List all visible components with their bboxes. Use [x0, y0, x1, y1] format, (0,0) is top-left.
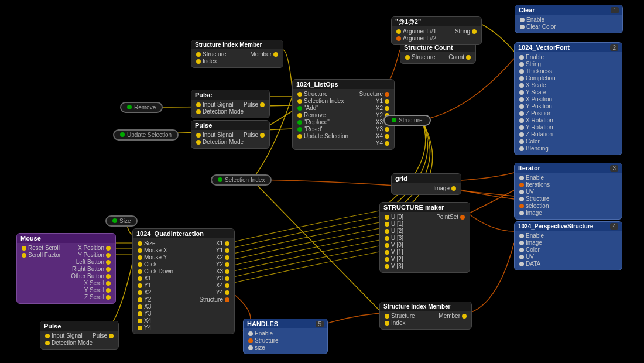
sm-v3: V [3] — [385, 263, 465, 269]
listops-header: 1024_ListOps — [293, 80, 394, 89]
lo-rem-dot — [297, 113, 302, 118]
vf-string-dot — [519, 62, 524, 67]
h-enable-lbl: Enable — [255, 330, 273, 337]
vf-completion: Completion — [519, 75, 617, 81]
qi-x1-lbl: X1 — [216, 240, 223, 246]
mouse-node: Mouse Reset Scroll X Position Scroll Fac… — [16, 233, 116, 304]
sc-struct-lbl: Structure — [412, 54, 436, 60]
sc-count-lbl: Count — [448, 54, 464, 60]
qi-x1in: X1 Y3 — [138, 275, 229, 282]
sm-u1: U [1] — [385, 221, 465, 227]
m-ob-dot — [106, 274, 111, 279]
qi-x1in-lbl: X1 — [144, 275, 151, 282]
ps-color: Color — [519, 246, 617, 253]
m-xpos-dot — [106, 246, 111, 251]
struct-maker-node: STRUCTURE maker U [0] PointSet U [1] U [… — [379, 202, 470, 273]
vectorfont-badge: 2 — [610, 44, 618, 51]
sel-idx-lbl: Selection Index — [225, 177, 265, 183]
qi-y4in-lbl: Y4 — [144, 324, 151, 331]
qi-y4-dot — [225, 290, 229, 295]
lo-x2-dot — [385, 106, 389, 111]
ps-col-lbl: Color — [526, 246, 540, 253]
sm-u2-dot — [385, 229, 389, 234]
vf-yr-dot — [519, 125, 524, 130]
m-rb-dot — [106, 267, 111, 272]
sim1-struct-lbl: Structure — [203, 51, 227, 57]
sm-v1-lbl: V [1] — [391, 249, 403, 255]
ps-img-dot — [519, 241, 524, 245]
ps-data-dot — [519, 262, 524, 266]
lo-struct-dot — [297, 92, 302, 97]
vf-ys-lbl: Y Scale — [526, 89, 546, 95]
m-ys-dot — [106, 288, 111, 293]
qi-y2-lbl: Y2 — [216, 261, 223, 268]
m-xs-lbl: X Scroll — [84, 280, 104, 286]
sim2-index: Index — [385, 320, 467, 326]
h-enable-dot — [248, 331, 253, 336]
m-ys-lbl: Y Scroll — [84, 287, 104, 293]
sm-u2: U [2] — [385, 228, 465, 234]
atstr-node: "@1@2" Argument #1 String Argument #2 — [391, 16, 482, 45]
grid-node: grid Image — [391, 173, 461, 195]
qi-x2in-dot — [138, 290, 142, 295]
grid-img-dot — [451, 186, 456, 191]
lo-struct-lbl: Structure — [304, 91, 328, 97]
sim2-structure: Structure Member — [385, 313, 467, 319]
qi-x4in-dot — [138, 319, 142, 323]
qi-y2in-dot — [138, 297, 142, 302]
enable-label: Enable — [526, 16, 544, 23]
sm-ps-dot — [460, 215, 465, 220]
qi-x2in: X2 Y4 — [138, 289, 229, 296]
p1-pulse-dot — [260, 102, 265, 107]
sm-v2-dot — [385, 257, 389, 262]
ps-enable-lbl: Enable — [526, 232, 544, 239]
ps-col-dot — [519, 248, 524, 252]
qi-x4-dot — [225, 283, 229, 288]
sm-v1-dot — [385, 250, 389, 255]
sm-header: STRUCTURE maker — [380, 203, 470, 212]
ps-uv: UV — [519, 254, 617, 260]
qi-y3in: Y3 — [138, 310, 229, 317]
sc-structure: Structure Count — [405, 54, 471, 60]
clear-badge: 1 — [611, 7, 619, 13]
lo-y1-dot — [385, 99, 389, 104]
it-sel-dot — [519, 204, 524, 208]
qi-cd-dot — [138, 269, 142, 274]
sm-v0-lbl: V [0] — [391, 242, 403, 248]
qi-click: Click Y2 — [138, 261, 229, 268]
h-structure: Structure — [248, 337, 323, 344]
p1-in-lbl: Input Signal — [203, 101, 234, 108]
iterator-badge: 3 — [610, 165, 618, 172]
sim1-header: Structure Index Member — [191, 40, 283, 49]
h-size: size — [248, 344, 323, 351]
ps-img-lbl: Image — [526, 239, 542, 246]
m-xpos-lbl: X Position — [78, 245, 104, 251]
sm-u3-dot — [385, 236, 389, 241]
vf-yr-lbl: Y Rotation — [526, 124, 553, 131]
struct-oval-lbl: Structure — [399, 117, 423, 124]
lo-reset-dot — [297, 127, 302, 132]
sim1-member-lbl: Member — [250, 51, 272, 57]
vf-yp-lbl: Y Position — [526, 103, 552, 109]
vf-ys-dot — [519, 90, 524, 95]
sim2-title: Structure Index Member — [383, 303, 450, 310]
sim2-member-dot — [462, 314, 467, 319]
qi-cd-lbl: Click Down — [144, 268, 173, 275]
sim1-struct-dot — [196, 52, 201, 57]
vf-yrot: Y Rotation — [519, 124, 617, 131]
clearcolor-label: Clear Color — [526, 23, 556, 30]
qi-mousex: Mouse X Y1 — [138, 247, 229, 254]
p2-input: Input Signal Pulse — [196, 132, 265, 138]
m-ypos-dot — [106, 253, 111, 258]
clear-node: Clear 1 Enable Clear Color — [515, 5, 623, 33]
vf-enable-lbl: Enable — [526, 54, 544, 60]
qi-clickdown: Click Down X3 — [138, 268, 229, 275]
pulse2-header: Pulse — [191, 121, 269, 130]
vf-yp-dot — [519, 104, 524, 109]
h-struct-lbl: Structure — [255, 337, 279, 344]
qi-x1in-dot — [138, 276, 142, 281]
qi-mx-lbl: Mouse X — [144, 247, 167, 254]
m-sf-dot — [22, 253, 26, 258]
pulse2-title: Pulse — [195, 122, 212, 129]
lo-repl-dot — [297, 120, 302, 125]
